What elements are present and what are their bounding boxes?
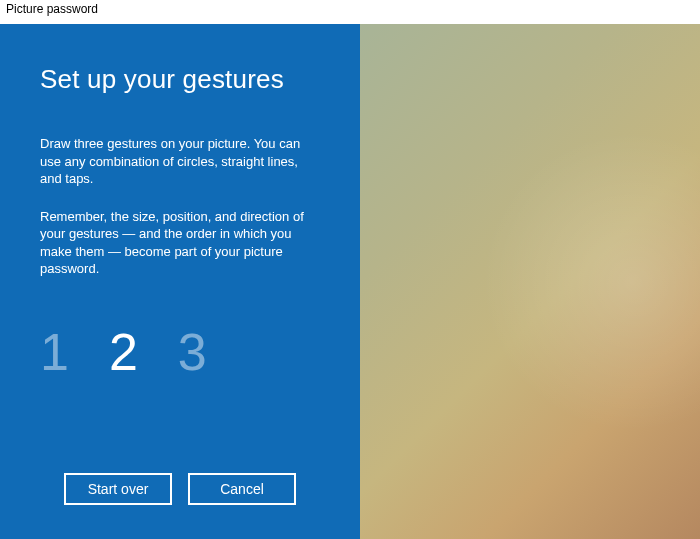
instruction-panel: Set up your gestures Draw three gestures… [0, 24, 360, 539]
start-over-button[interactable]: Start over [64, 473, 172, 505]
content-area: Set up your gestures Draw three gestures… [0, 24, 700, 539]
picture-password-window: Picture password Set up your gestures Dr… [0, 0, 700, 539]
gesture-picture-area[interactable] [360, 24, 700, 539]
step-3: 3 [178, 326, 207, 378]
step-1: 1 [40, 326, 69, 378]
instruction-text-1: Draw three gestures on your picture. You… [40, 135, 320, 188]
button-row: Start over Cancel [0, 473, 360, 505]
window-title: Picture password [0, 0, 700, 24]
cancel-button[interactable]: Cancel [188, 473, 296, 505]
instruction-text-2: Remember, the size, position, and direct… [40, 208, 320, 278]
gesture-step-indicator: 1 2 3 [40, 326, 332, 378]
step-2: 2 [109, 326, 138, 378]
page-heading: Set up your gestures [40, 64, 332, 95]
